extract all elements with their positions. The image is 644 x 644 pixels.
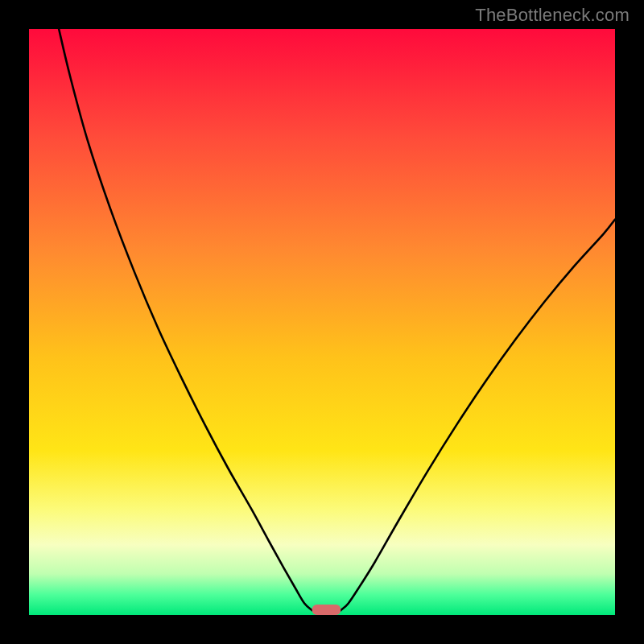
baseline-marker bbox=[312, 605, 341, 615]
plot-background bbox=[29, 29, 615, 615]
watermark-text: TheBottleneck.com bbox=[475, 5, 630, 26]
bottleneck-chart bbox=[0, 0, 644, 644]
chart-frame: TheBottleneck.com bbox=[0, 0, 644, 644]
